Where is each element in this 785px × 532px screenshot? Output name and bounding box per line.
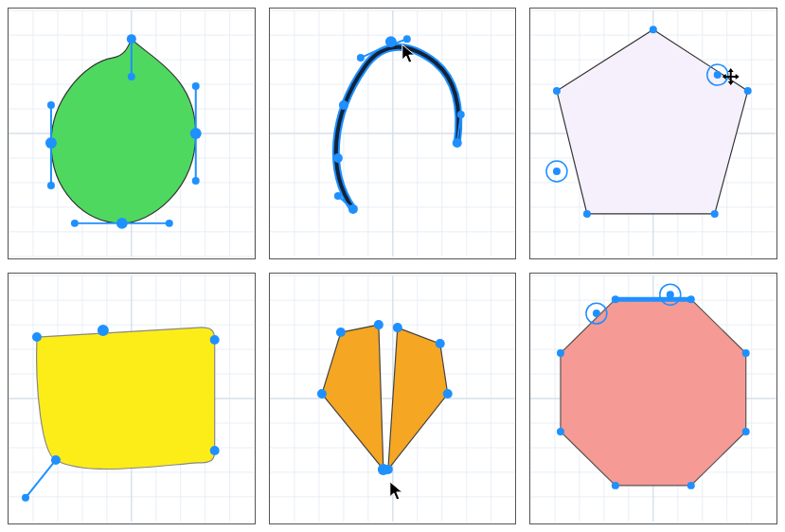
node-handle[interactable] [210,335,220,345]
vertex-handle[interactable] [583,210,591,218]
bezier-handle[interactable] [71,220,79,227]
canvas-panel-green-blob[interactable] [8,8,256,259]
vertex-handle-selected[interactable] [667,291,674,298]
shape-octagon[interactable] [561,299,746,486]
vertex-handle-selected[interactable] [593,310,600,317]
node-handle[interactable] [190,128,202,139]
bezier-handle[interactable] [128,73,135,80]
canvas-panel-octagon[interactable] [529,273,777,524]
node-handle[interactable] [452,138,461,148]
canvas-svg[interactable] [9,9,255,258]
bezier-handle[interactable] [22,494,29,502]
node-handle[interactable] [98,325,109,336]
vertex-handle[interactable] [687,482,695,489]
canvas-panel-pentagon[interactable] [529,8,777,259]
bezier-handle[interactable] [166,220,173,227]
vertex-handle[interactable] [336,328,346,337]
vertex-handle[interactable] [612,295,619,303]
bezier-handle[interactable] [402,35,410,43]
vertex-handle[interactable] [374,320,384,329]
vertex-handle[interactable] [553,87,561,95]
vertex-handle[interactable] [687,295,695,303]
bezier-handle[interactable] [456,111,464,118]
vertex-handle[interactable] [557,349,564,357]
bezier-handle[interactable] [192,177,200,185]
node-handle-selected[interactable] [385,36,397,47]
node-handle[interactable] [127,34,136,44]
canvas-panel-yellow-quad[interactable] [8,273,256,524]
vertex-handle[interactable] [442,389,452,399]
vertex-handle[interactable] [435,339,444,348]
canvas-svg[interactable] [270,274,516,523]
vertex-handle[interactable] [612,482,619,489]
panels-grid [8,8,777,524]
vertex-handle[interactable] [744,87,752,95]
canvas-svg[interactable] [9,274,255,523]
bezier-handle[interactable] [192,82,200,90]
vertex-handle[interactable] [557,428,564,435]
canvas-svg[interactable] [530,274,776,523]
bezier-handle[interactable] [47,101,55,109]
vertex-handle[interactable] [392,323,401,332]
shape-yellow-quad[interactable] [37,328,215,470]
node-handle[interactable] [32,332,42,342]
vertex-handle[interactable] [384,465,393,474]
bezier-handle[interactable] [334,192,342,200]
node-handle[interactable] [116,218,128,229]
vertex-handle[interactable] [650,26,657,33]
node-handle[interactable] [210,446,220,455]
canvas-svg[interactable] [270,9,516,258]
canvas-panel-v-shape[interactable] [269,273,517,524]
bezier-handle[interactable] [47,182,55,189]
vertex-handle[interactable] [742,428,750,435]
vertex-handle-selected[interactable] [553,168,561,175]
node-handle[interactable] [51,455,61,465]
vertex-handle[interactable] [711,210,719,218]
node-handle[interactable] [45,137,57,149]
node-handle[interactable] [339,100,348,110]
vertex-handle[interactable] [742,349,750,357]
canvas-svg[interactable] [530,9,776,258]
bezier-handle[interactable] [357,54,365,62]
vertex-handle[interactable] [317,389,327,399]
node-handle[interactable] [348,204,358,214]
vertex-handle-selected[interactable] [714,71,722,79]
node-handle[interactable] [333,153,343,163]
canvas-panel-open-curve[interactable] [269,8,517,259]
